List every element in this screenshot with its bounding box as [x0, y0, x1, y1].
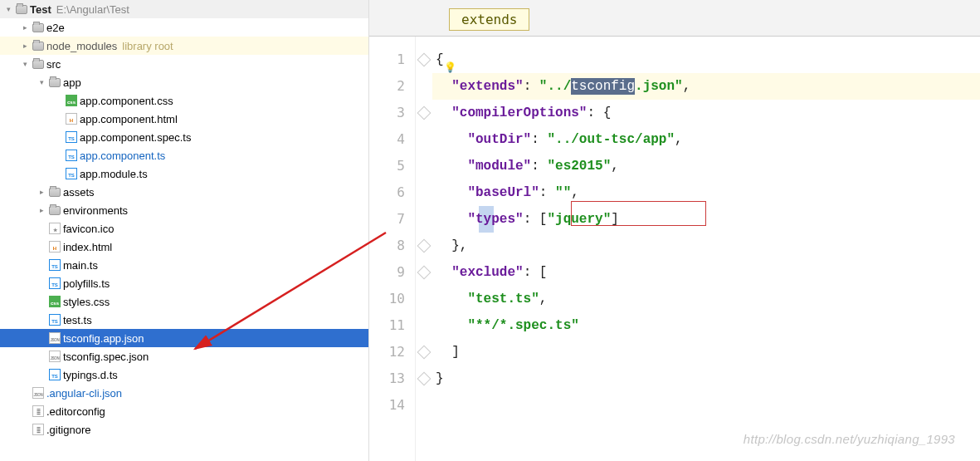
line-number-gutter: 1234567891011121314	[369, 37, 416, 461]
line-number: 3	[369, 100, 415, 126]
tree-row--angular-cli-json[interactable]: .angular-cli.json	[0, 384, 368, 402]
fold-marker	[416, 179, 432, 206]
ts-icon: TS	[48, 259, 61, 271]
text-selection: tsconfig	[571, 78, 635, 95]
tree-item-label: polyfills.ts	[63, 277, 110, 290]
ts-icon: TS	[65, 131, 78, 143]
code-editor: extends 1234567891011121314 { "extends":…	[369, 0, 980, 461]
fold-marker	[416, 206, 432, 233]
fold-marker[interactable]	[416, 339, 432, 365]
tree-row--editorconfig[interactable]: ≣.editorconfig	[0, 402, 368, 420]
chevron-right-icon[interactable]	[20, 22, 30, 32]
fold-marker	[416, 286, 432, 312]
tree-item-label: typings.d.ts	[63, 369, 118, 381]
fold-marker[interactable]	[416, 259, 432, 286]
tree-item-label: app	[63, 76, 81, 89]
watermark-text: http://blog.csdn.net/yuzhiqiang_1993	[744, 432, 955, 446]
chevron-down-icon[interactable]	[37, 77, 46, 87]
tree-row-tsconfig-spec-json[interactable]: tsconfig.spec.json	[0, 347, 368, 365]
lightbulb-icon[interactable]	[444, 54, 456, 66]
fold-gutter	[416, 37, 432, 461]
hint-tooltip: extends	[449, 8, 529, 31]
fold-marker[interactable]	[416, 100, 432, 126]
tree-row-node-modules[interactable]: node_moduleslibrary root	[0, 37, 368, 55]
line-number: 2	[369, 73, 415, 100]
chevron-right-icon[interactable]	[37, 187, 46, 197]
tree-row-e2e[interactable]: e2e	[0, 18, 368, 37]
tree-item-label: node_modules	[46, 40, 117, 52]
tree-item-label: app.component.css	[80, 95, 173, 107]
tree-row-index-html[interactable]: index.html	[0, 238, 368, 256]
highlight-box	[571, 201, 706, 226]
chevron-down-icon[interactable]	[20, 59, 30, 69]
line-number: 14	[369, 392, 415, 419]
ts-icon: TS	[48, 277, 61, 289]
tree-row-app-component-html[interactable]: app.component.html	[0, 110, 368, 128]
tree-row-app-module-ts[interactable]: TSapp.module.ts	[0, 164, 368, 183]
chevron-right-icon[interactable]	[37, 205, 46, 215]
tree-item-label: tsconfig.app.json	[63, 332, 144, 345]
line-number: 12	[369, 339, 415, 365]
tree-row-environments[interactable]: environments	[0, 201, 368, 219]
tree-row-app-component-spec-ts[interactable]: TSapp.component.spec.ts	[0, 128, 368, 146]
tree-row-main-ts[interactable]: TSmain.ts	[0, 256, 368, 274]
tree-row-typings-d-ts[interactable]: TStypings.d.ts	[0, 365, 368, 384]
tree-row-app-component-css[interactable]: cssapp.component.css	[0, 91, 368, 110]
json-icon	[48, 351, 61, 362]
tree-row-styles-css[interactable]: cssstyles.css	[0, 292, 368, 311]
tree-item-label: .editorconfig	[46, 405, 105, 418]
tree-row-polyfills-ts[interactable]: TSpolyfills.ts	[0, 274, 368, 292]
folder-icon	[32, 40, 45, 51]
fold-marker[interactable]	[416, 47, 432, 73]
tree-row-assets[interactable]: assets	[0, 183, 368, 201]
chevron-down-icon[interactable]	[3, 4, 13, 14]
ts-icon: TS	[48, 314, 61, 326]
html-icon	[65, 113, 78, 125]
ts-icon: TS	[65, 150, 78, 161]
tree-row--gitignore[interactable]: ≣.gitignore	[0, 420, 368, 439]
line-number: 1	[369, 47, 415, 73]
tree-row-root[interactable]: Test E:\Angular\Test	[0, 0, 368, 18]
ts-icon: TS	[65, 168, 78, 179]
tree-item-label: app.module.ts	[80, 168, 148, 180]
tree-item-label: tsconfig.spec.json	[63, 351, 149, 363]
folder-icon	[48, 76, 61, 88]
line-number: 13	[369, 365, 415, 392]
editor-tab-bar: extends	[369, 0, 980, 37]
project-tree-panel: Test E:\Angular\Test e2enode_moduleslibr…	[0, 0, 369, 461]
json-icon	[48, 332, 61, 344]
tree-row-src[interactable]: src	[0, 55, 368, 73]
line-number: 8	[369, 233, 415, 259]
tree-item-label: e2e	[46, 22, 65, 34]
html-icon	[48, 241, 61, 253]
code-body[interactable]: { "extends": "../tsconfig.json", "compil…	[432, 37, 980, 461]
line-number: 9	[369, 259, 415, 286]
library-root-label: library root	[122, 40, 173, 52]
folder-icon	[48, 204, 61, 216]
tree-row-test-ts[interactable]: TStest.ts	[0, 311, 368, 329]
chevron-right-icon[interactable]	[20, 41, 30, 51]
tree-item-label: styles.css	[63, 296, 110, 308]
tree-item-label: app.component.spec.ts	[80, 131, 191, 144]
tree-item-label: assets	[63, 186, 95, 199]
fold-marker[interactable]	[416, 365, 432, 392]
line-number: 10	[369, 286, 415, 312]
fold-marker[interactable]	[416, 233, 432, 259]
css-icon: css	[48, 296, 61, 307]
tree-item-label: environments	[63, 204, 128, 217]
line-number: 11	[369, 312, 415, 339]
tree-item-label: .angular-cli.json	[46, 387, 122, 400]
fold-marker	[416, 312, 432, 339]
fold-marker	[416, 73, 432, 100]
folder-icon	[32, 58, 45, 70]
tree-item-label: main.ts	[63, 259, 98, 272]
tree-row-favicon-ico[interactable]: ★favicon.ico	[0, 219, 368, 238]
tree-row-app-component-ts[interactable]: TSapp.component.ts	[0, 146, 368, 164]
tree-row-tsconfig-app-json[interactable]: tsconfig.app.json	[0, 329, 368, 347]
project-path: E:\Angular\Test	[56, 3, 129, 16]
ico-icon: ★	[48, 223, 61, 234]
tree-row-app[interactable]: app	[0, 73, 368, 91]
tree-item-label: src	[46, 58, 61, 71]
fold-marker	[416, 153, 432, 179]
css-icon: css	[65, 95, 78, 106]
